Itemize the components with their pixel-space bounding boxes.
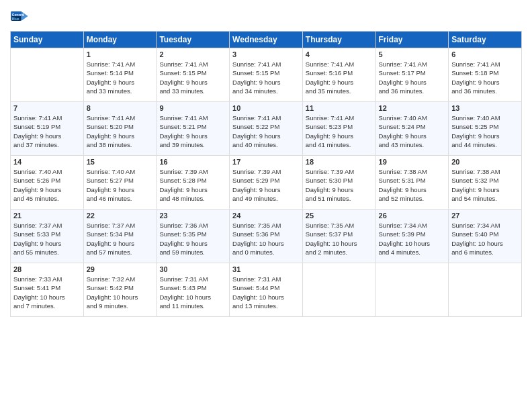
day-number: 13 <box>451 104 519 112</box>
day-info: Sunrise: 7:32 AM Sunset: 5:42 PM Dayligh… <box>87 275 154 310</box>
day-number: 9 <box>159 104 226 112</box>
day-info: Sunrise: 7:40 AM Sunset: 5:27 PM Dayligh… <box>87 167 154 203</box>
day-info: Sunrise: 7:39 AM Sunset: 5:30 PM Dayligh… <box>306 167 373 203</box>
day-info: Sunrise: 7:41 AM Sunset: 5:22 PM Dayligh… <box>232 113 300 149</box>
calendar-cell: 1Sunrise: 7:41 AM Sunset: 5:14 PM Daylig… <box>83 48 157 102</box>
day-number: 24 <box>232 212 300 220</box>
day-info: Sunrise: 7:41 AM Sunset: 5:15 PM Dayligh… <box>232 60 300 95</box>
svg-text:Blue: Blue <box>12 17 19 21</box>
weekday-header-thursday: Thursday <box>302 32 375 48</box>
weekday-header-saturday: Saturday <box>449 32 522 48</box>
weekday-header-friday: Friday <box>375 32 449 48</box>
day-number: 14 <box>13 158 81 166</box>
calendar-cell: 24Sunrise: 7:35 AM Sunset: 5:36 PM Dayli… <box>230 210 303 263</box>
day-number: 27 <box>451 212 519 220</box>
day-number: 8 <box>87 104 154 112</box>
calendar-cell: 4Sunrise: 7:41 AM Sunset: 5:16 PM Daylig… <box>302 48 375 102</box>
calendar-cell: 13Sunrise: 7:40 AM Sunset: 5:25 PM Dayli… <box>449 102 522 156</box>
day-number: 21 <box>13 212 81 220</box>
day-number: 4 <box>306 50 373 58</box>
day-info: Sunrise: 7:38 AM Sunset: 5:32 PM Dayligh… <box>451 167 519 203</box>
day-info: Sunrise: 7:40 AM Sunset: 5:26 PM Dayligh… <box>13 167 81 203</box>
day-number: 29 <box>87 265 154 273</box>
calendar-cell: 29Sunrise: 7:32 AM Sunset: 5:42 PM Dayli… <box>83 263 157 317</box>
day-info: Sunrise: 7:39 AM Sunset: 5:28 PM Dayligh… <box>159 167 226 203</box>
calendar-cell: 10Sunrise: 7:41 AM Sunset: 5:22 PM Dayli… <box>230 102 303 156</box>
weekday-header-wednesday: Wednesday <box>230 32 303 48</box>
calendar-cell: 23Sunrise: 7:36 AM Sunset: 5:35 PM Dayli… <box>157 210 230 263</box>
calendar-cell: 19Sunrise: 7:38 AM Sunset: 5:31 PM Dayli… <box>375 156 449 210</box>
calendar-cell: 5Sunrise: 7:41 AM Sunset: 5:17 PM Daylig… <box>375 48 449 102</box>
day-info: Sunrise: 7:41 AM Sunset: 5:23 PM Dayligh… <box>306 113 373 149</box>
calendar-cell: 17Sunrise: 7:39 AM Sunset: 5:29 PM Dayli… <box>230 156 303 210</box>
day-info: Sunrise: 7:35 AM Sunset: 5:36 PM Dayligh… <box>232 221 300 257</box>
day-info: Sunrise: 7:41 AM Sunset: 5:20 PM Dayligh… <box>87 113 154 149</box>
week-row-1: 1Sunrise: 7:41 AM Sunset: 5:14 PM Daylig… <box>11 48 522 102</box>
day-info: Sunrise: 7:34 AM Sunset: 5:39 PM Dayligh… <box>379 221 446 257</box>
day-number: 6 <box>451 50 519 58</box>
calendar-cell: 31Sunrise: 7:31 AM Sunset: 5:44 PM Dayli… <box>230 263 303 317</box>
day-number: 25 <box>306 212 373 220</box>
day-number: 7 <box>13 104 81 112</box>
day-info: Sunrise: 7:41 AM Sunset: 5:17 PM Dayligh… <box>379 60 446 95</box>
week-row-4: 21Sunrise: 7:37 AM Sunset: 5:33 PM Dayli… <box>11 210 522 263</box>
weekday-header-sunday: Sunday <box>11 32 84 48</box>
calendar-cell: 26Sunrise: 7:34 AM Sunset: 5:39 PM Dayli… <box>375 210 449 263</box>
day-number: 1 <box>87 50 154 58</box>
day-info: Sunrise: 7:37 AM Sunset: 5:34 PM Dayligh… <box>87 221 154 257</box>
calendar-cell: 27Sunrise: 7:34 AM Sunset: 5:40 PM Dayli… <box>449 210 522 263</box>
calendar-cell: 7Sunrise: 7:41 AM Sunset: 5:19 PM Daylig… <box>11 102 84 156</box>
day-number: 28 <box>13 265 81 273</box>
calendar-cell: 16Sunrise: 7:39 AM Sunset: 5:28 PM Dayli… <box>157 156 230 210</box>
calendar-cell: 6Sunrise: 7:41 AM Sunset: 5:18 PM Daylig… <box>449 48 522 102</box>
day-info: Sunrise: 7:37 AM Sunset: 5:33 PM Dayligh… <box>13 221 81 257</box>
day-number: 20 <box>451 158 519 166</box>
day-number: 19 <box>379 158 446 166</box>
day-info: Sunrise: 7:41 AM Sunset: 5:14 PM Dayligh… <box>87 60 154 95</box>
weekday-header-row: SundayMondayTuesdayWednesdayThursdayFrid… <box>11 32 522 48</box>
day-number: 22 <box>87 212 154 220</box>
day-info: Sunrise: 7:36 AM Sunset: 5:35 PM Dayligh… <box>159 221 226 257</box>
day-number: 3 <box>232 50 300 58</box>
logo-icon: General Blue <box>10 7 29 26</box>
calendar-cell <box>302 263 375 317</box>
calendar-cell: 20Sunrise: 7:38 AM Sunset: 5:32 PM Dayli… <box>449 156 522 210</box>
day-info: Sunrise: 7:40 AM Sunset: 5:24 PM Dayligh… <box>379 113 446 149</box>
day-info: Sunrise: 7:35 AM Sunset: 5:37 PM Dayligh… <box>306 221 373 257</box>
day-info: Sunrise: 7:38 AM Sunset: 5:31 PM Dayligh… <box>379 167 446 203</box>
calendar-cell: 12Sunrise: 7:40 AM Sunset: 5:24 PM Dayli… <box>375 102 449 156</box>
day-number: 10 <box>232 104 300 112</box>
calendar-cell <box>449 263 522 317</box>
calendar-cell: 2Sunrise: 7:41 AM Sunset: 5:15 PM Daylig… <box>157 48 230 102</box>
calendar-cell: 15Sunrise: 7:40 AM Sunset: 5:27 PM Dayli… <box>83 156 157 210</box>
calendar-cell: 21Sunrise: 7:37 AM Sunset: 5:33 PM Dayli… <box>11 210 84 263</box>
day-number: 30 <box>159 265 226 273</box>
day-info: Sunrise: 7:31 AM Sunset: 5:44 PM Dayligh… <box>232 275 300 310</box>
day-number: 15 <box>87 158 154 166</box>
weekday-header-tuesday: Tuesday <box>157 32 230 48</box>
calendar-cell: 8Sunrise: 7:41 AM Sunset: 5:20 PM Daylig… <box>83 102 157 156</box>
calendar-table: SundayMondayTuesdayWednesdayThursdayFrid… <box>10 31 522 317</box>
logo: General Blue <box>10 7 29 26</box>
day-info: Sunrise: 7:40 AM Sunset: 5:25 PM Dayligh… <box>451 113 519 149</box>
day-number: 31 <box>232 265 300 273</box>
day-number: 23 <box>159 212 226 220</box>
calendar-cell <box>375 263 449 317</box>
calendar-cell: 18Sunrise: 7:39 AM Sunset: 5:30 PM Dayli… <box>302 156 375 210</box>
day-number: 17 <box>232 158 300 166</box>
calendar-cell: 25Sunrise: 7:35 AM Sunset: 5:37 PM Dayli… <box>302 210 375 263</box>
calendar-cell: 3Sunrise: 7:41 AM Sunset: 5:15 PM Daylig… <box>230 48 303 102</box>
weekday-header-monday: Monday <box>83 32 157 48</box>
week-row-5: 28Sunrise: 7:33 AM Sunset: 5:41 PM Dayli… <box>11 263 522 317</box>
day-info: Sunrise: 7:41 AM Sunset: 5:15 PM Dayligh… <box>159 60 226 95</box>
day-info: Sunrise: 7:39 AM Sunset: 5:29 PM Dayligh… <box>232 167 300 203</box>
day-number: 11 <box>306 104 373 112</box>
day-info: Sunrise: 7:31 AM Sunset: 5:43 PM Dayligh… <box>159 275 226 310</box>
day-info: Sunrise: 7:41 AM Sunset: 5:18 PM Dayligh… <box>451 60 519 95</box>
day-number: 16 <box>159 158 226 166</box>
day-info: Sunrise: 7:33 AM Sunset: 5:41 PM Dayligh… <box>13 275 81 310</box>
week-row-3: 14Sunrise: 7:40 AM Sunset: 5:26 PM Dayli… <box>11 156 522 210</box>
calendar-cell: 28Sunrise: 7:33 AM Sunset: 5:41 PM Dayli… <box>11 263 84 317</box>
calendar-cell: 14Sunrise: 7:40 AM Sunset: 5:26 PM Dayli… <box>11 156 84 210</box>
calendar-cell <box>11 48 84 102</box>
